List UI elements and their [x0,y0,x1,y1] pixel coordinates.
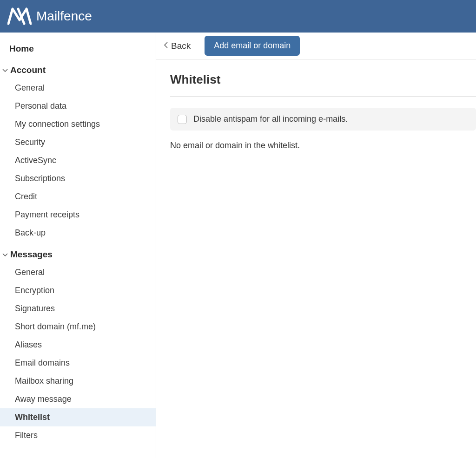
sidebar-item-signatures[interactable]: Signatures [0,300,156,318]
sidebar-item-credit[interactable]: Credit [0,188,156,206]
sidebar-home[interactable]: Home [0,38,156,61]
sidebar-item-connection-settings[interactable]: My connection settings [0,115,156,133]
chevron-down-icon [2,251,8,258]
back-button[interactable]: Back [163,38,192,54]
sidebar-item-general[interactable]: General [0,79,156,97]
sidebar-group-label: Messages [10,249,53,260]
disable-antispam-row: Disable antispam for all incoming e-mail… [170,108,476,131]
sidebar-item-whitelist[interactable]: Whitelist [0,408,156,426]
app-header: Mailfence [0,0,476,33]
content-area: Whitelist Disable antispam for all incom… [156,59,476,150]
sidebar-group-messages[interactable]: Messages [0,246,156,263]
sidebar-item-filters[interactable]: Filters [0,426,156,445]
sidebar-item-away-message[interactable]: Away message [0,390,156,408]
sidebar-item-email-domains[interactable]: Email domains [0,354,156,372]
sidebar-item-mailbox-sharing[interactable]: Mailbox sharing [0,372,156,390]
main-panel: Back Add email or domain Whitelist Disab… [156,33,476,458]
mailfence-logo-icon [7,6,32,26]
whitelist-empty-message: No email or domain in the whitelist. [170,141,476,150]
sidebar-item-short-domain[interactable]: Short domain (mf.me) [0,318,156,336]
add-email-or-domain-button[interactable]: Add email or domain [205,36,300,56]
brand-logo[interactable]: Mailfence [7,6,92,26]
sidebar-item-aliases[interactable]: Aliases [0,336,156,354]
sidebar-item-messages-general[interactable]: General [0,263,156,281]
sidebar-item-security[interactable]: Security [0,133,156,151]
sidebar-item-subscriptions[interactable]: Subscriptions [0,170,156,188]
svg-line-0 [18,9,24,24]
sidebar-item-activesync[interactable]: ActiveSync [0,151,156,170]
toolbar: Back Add email or domain [156,33,476,59]
disable-antispam-checkbox[interactable] [178,115,187,124]
disable-antispam-label: Disable antispam for all incoming e-mail… [193,114,348,124]
chevron-down-icon [2,67,8,73]
sidebar-item-personal-data[interactable]: Personal data [0,97,156,115]
sidebar-item-encryption[interactable]: Encryption [0,281,156,300]
page-title: Whitelist [170,72,476,97]
brand-name: Mailfence [36,9,92,24]
sidebar-item-backup[interactable]: Back-up [0,224,156,242]
sidebar-group-account[interactable]: Account [0,61,156,79]
sidebar-item-payment-receipts[interactable]: Payment receipts [0,206,156,224]
sidebar-group-label: Account [10,65,46,75]
back-label: Back [171,41,191,51]
chevron-left-icon [164,41,168,51]
sidebar: Home Account General Personal data My co… [0,33,156,458]
